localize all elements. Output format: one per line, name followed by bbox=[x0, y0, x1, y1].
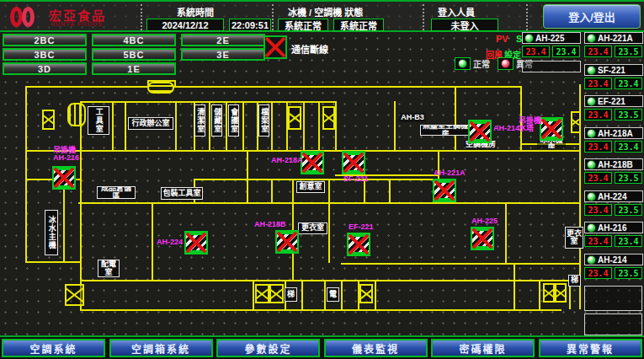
equipment-icon-AH-218A[interactable] bbox=[301, 151, 324, 174]
floor-button-2BC[interactable]: 2BC bbox=[3, 34, 87, 46]
equipment-icon-AH-225[interactable] bbox=[471, 227, 494, 250]
device-tile-AH-225[interactable]: AH-225 bbox=[522, 32, 581, 44]
equipment-tag-AH-218A: AH-218A bbox=[271, 157, 303, 164]
empty-device-slot bbox=[584, 313, 642, 335]
brand-logo-icon bbox=[22, 7, 35, 27]
floor-button-3BC[interactable]: 3BC bbox=[3, 48, 87, 61]
room-label: 冰水機房 bbox=[537, 140, 566, 148]
room-label: 無塵室空調機房 bbox=[420, 125, 471, 136]
floor-button-3E[interactable]: 3E bbox=[181, 48, 265, 61]
device-tile-AH-221A[interactable]: AH-221A bbox=[584, 32, 643, 44]
floor-button-2E[interactable]: 2E bbox=[181, 34, 265, 46]
device-tile-AH-216[interactable]: AH-216 bbox=[584, 222, 643, 233]
device-pv-value-EF-221: 23.4 bbox=[584, 109, 612, 121]
stairwell-x-icon bbox=[359, 284, 373, 303]
wall-line bbox=[112, 101, 114, 150]
legend-normal: 正常 bbox=[455, 57, 490, 70]
device-sv-value-AH-224: 23.5 bbox=[615, 204, 642, 216]
wall-line bbox=[209, 101, 210, 150]
pv-column-label: PV bbox=[496, 34, 508, 44]
wall-line bbox=[247, 150, 248, 202]
device-tile-AH-218A[interactable]: AH-218A bbox=[584, 127, 643, 139]
wall-line bbox=[125, 101, 126, 150]
device-sv-value-EF-221: 23.5 bbox=[615, 109, 642, 121]
wall-line bbox=[505, 202, 507, 263]
floor-button-4BC[interactable]: 4BC bbox=[92, 34, 176, 46]
wall-line bbox=[514, 263, 515, 309]
machine-status-label: 冰機 / 空調機 狀態 bbox=[288, 5, 363, 19]
brand-logo-icon bbox=[10, 7, 23, 27]
wall-line bbox=[341, 280, 343, 309]
menu-button-3[interactable]: 參數設定 bbox=[216, 339, 320, 357]
equipment-icon-AH-221A[interactable] bbox=[433, 179, 456, 202]
wall-line bbox=[174, 80, 176, 88]
equipment-icon-AH-218B[interactable] bbox=[275, 230, 299, 254]
wall-line bbox=[375, 280, 376, 309]
menu-button-2[interactable]: 空調箱系統 bbox=[109, 339, 213, 357]
divider bbox=[272, 4, 274, 30]
device-pv-value-AH-214: 23.4 bbox=[584, 267, 612, 279]
device-pv-value-AH-216: 23.4 bbox=[584, 235, 612, 247]
wall-line bbox=[394, 101, 396, 150]
elevator-x-icon bbox=[543, 283, 555, 303]
floor-button-5BC[interactable]: 5BC bbox=[92, 48, 176, 61]
room-label: 行政辦公室 bbox=[128, 117, 173, 130]
device-status-lamp-icon bbox=[587, 223, 596, 233]
device-pv-value-SF-221: 23.4 bbox=[584, 78, 612, 89]
device-tile-AH-218B[interactable]: AH-218B bbox=[584, 158, 643, 170]
elevator-x-icon bbox=[555, 283, 567, 303]
device-tile-AH-214[interactable]: AH-214 bbox=[584, 254, 643, 265]
equipment-icon-AH-214[interactable] bbox=[468, 120, 492, 143]
device-name: AH-221A bbox=[598, 34, 633, 43]
menu-button-5[interactable]: 密碼權限 bbox=[431, 339, 535, 357]
system-clock-display: 22:09:51 bbox=[229, 19, 271, 31]
brand-name-en: HUNYA FOODS bbox=[51, 21, 103, 27]
stairwell-x-icon bbox=[42, 110, 55, 130]
wall-line bbox=[226, 101, 227, 150]
ahu-status-display: 系統正常 bbox=[333, 19, 384, 31]
wall-line bbox=[328, 179, 330, 263]
wall-line bbox=[175, 101, 177, 150]
device-sv-value-AH-218B: 23.5 bbox=[615, 172, 642, 184]
stairwell-x-icon bbox=[288, 106, 301, 130]
equipment-tag-AH-216: 吊掛機 AH-216 bbox=[53, 147, 79, 163]
device-name: SF-221 bbox=[598, 66, 625, 75]
empty-device-slot bbox=[522, 61, 581, 72]
room-label: 電 bbox=[327, 287, 339, 302]
device-status-lamp-icon bbox=[587, 97, 596, 106]
equipment-icon-SF-221[interactable] bbox=[342, 151, 365, 174]
device-tile-SF-221[interactable]: SF-221 bbox=[584, 64, 643, 76]
equipment-icon-AH-224[interactable] bbox=[184, 231, 208, 255]
device-name: AH-216 bbox=[598, 223, 626, 233]
wall-line bbox=[455, 86, 456, 150]
login-logout-button[interactable]: 登入/登出 bbox=[543, 4, 641, 29]
equipment-tag-CT-1: 吊掛機 水塔 bbox=[519, 117, 541, 133]
device-pv-value-AH-224: 23.4 bbox=[584, 204, 612, 216]
login-status-display: 未登入 bbox=[431, 19, 498, 31]
system-date-display: 2024/12/12 bbox=[146, 19, 224, 31]
equipment-tag-AH-221A: AH-221A bbox=[434, 169, 466, 177]
elevator-x-icon bbox=[255, 284, 269, 303]
floor-button-3D[interactable]: 3D bbox=[3, 62, 87, 75]
floor-button-1E[interactable]: 1E bbox=[92, 62, 176, 75]
wall-line bbox=[173, 86, 522, 88]
wall-line bbox=[271, 101, 273, 150]
device-tile-AH-224[interactable]: AH-224 bbox=[584, 190, 643, 202]
equipment-icon-EF-221[interactable] bbox=[347, 233, 370, 256]
device-pv-value-AH-218B: 23.4 bbox=[584, 172, 612, 184]
device-status-lamp-icon bbox=[587, 255, 596, 265]
menu-button-6[interactable]: 異常警報 bbox=[539, 339, 642, 357]
menu-button-1[interactable]: 空調系統 bbox=[2, 339, 105, 357]
wall-line bbox=[292, 179, 294, 280]
device-tile-EF-221[interactable]: EF-221 bbox=[584, 95, 643, 107]
device-pv-value-AH-221A: 23.4 bbox=[584, 46, 612, 57]
device-name: AH-224 bbox=[598, 192, 626, 201]
menu-button-4[interactable]: 儀表監視 bbox=[324, 339, 428, 357]
device-sv-value-AH-221A: 23.5 bbox=[615, 46, 642, 57]
login-user-label: 登入人員 bbox=[438, 5, 475, 19]
device-status-lamp-icon bbox=[524, 34, 534, 43]
equipment-icon-AH-216[interactable] bbox=[52, 166, 76, 190]
equipment-icon-CT-1[interactable] bbox=[540, 117, 563, 141]
wall-line bbox=[318, 101, 320, 150]
equipment-tag-AH-218B: AH-218B bbox=[254, 221, 286, 228]
